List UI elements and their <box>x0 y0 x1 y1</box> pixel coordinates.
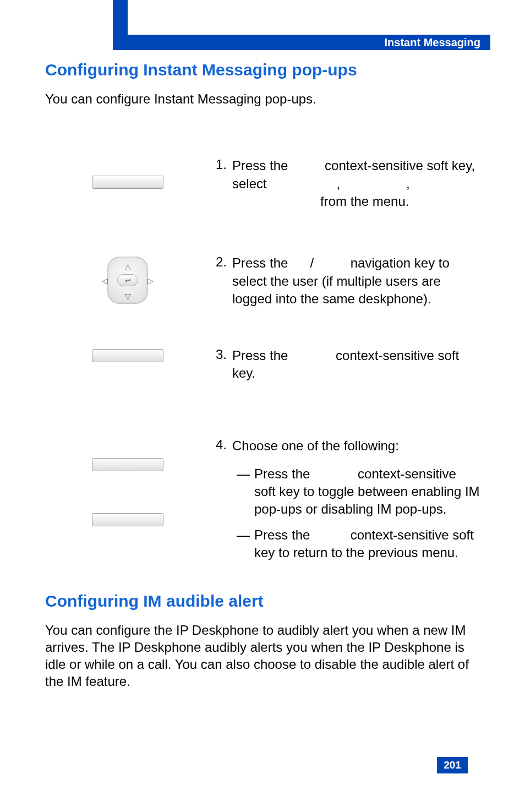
right-arrow-icon: ▷ <box>147 276 154 285</box>
step-3-figure <box>45 347 210 362</box>
step-4-sub-1-pre: Press the <box>254 466 314 481</box>
step-1-end: from the menu. <box>316 194 409 209</box>
step-1-blank2 <box>270 176 336 191</box>
dash-icon: — <box>232 526 254 562</box>
step-4-sublist: — Press the context-sensitive soft key t… <box>232 465 480 562</box>
step-1-mid3: , <box>406 176 410 191</box>
left-color-tab <box>113 0 128 50</box>
navigation-key-icon: ↩ △ ▽ ◁ ▷ <box>100 254 156 306</box>
up-arrow-icon: △ <box>125 262 131 271</box>
step-1-number: 1. <box>210 157 232 172</box>
page-number: 201 <box>437 757 468 773</box>
step-4-sub-2-blank <box>314 527 347 542</box>
step-3-text: Press the context-sensitive soft key. <box>232 347 480 383</box>
step-1-blank1 <box>292 158 321 173</box>
step-1-blank4 <box>232 194 316 209</box>
header-bar: Instant Messaging <box>128 35 490 50</box>
step-2-blank1 <box>292 255 310 270</box>
section2-heading: Configuring IM audible alert <box>45 592 480 611</box>
softkey-icon <box>92 513 163 526</box>
step-1-mid2: , <box>336 176 343 191</box>
step-2-text: Press the / navigation key to select the… <box>232 254 480 308</box>
section2: Configuring IM audible alert You can con… <box>45 592 480 690</box>
step-2-number: 2. <box>210 254 232 270</box>
step-3-blank <box>292 348 332 363</box>
section1-heading: Configuring Instant Messaging pop-ups <box>45 61 480 79</box>
step-2-pre: Press the <box>232 255 292 270</box>
softkey-icon <box>92 176 163 189</box>
section2-body: You can configure the IP Deskphone to au… <box>45 622 480 690</box>
step-3-pre: Press the <box>232 348 292 363</box>
left-arrow-icon: ◁ <box>102 276 108 285</box>
step-3: 3. Press the context-sensitive soft key. <box>45 347 480 383</box>
softkey-icon <box>92 458 163 471</box>
step-4-figure <box>45 437 210 526</box>
step-2: ↩ △ ▽ ◁ ▷ 2. Press the / navigation key … <box>45 254 480 308</box>
dash-icon: — <box>232 465 254 519</box>
step-4-sub-2-pre: Press the <box>254 527 314 542</box>
step-4-lead: Choose one of the following: <box>232 437 480 455</box>
step-1-blank3 <box>344 176 406 191</box>
enter-key-icon: ↩ <box>117 274 138 286</box>
step-4-sub-1: — Press the context-sensitive soft key t… <box>232 465 480 519</box>
step-4-number: 4. <box>210 437 232 453</box>
step-2-blank2 <box>314 255 347 270</box>
step-1-figure <box>45 157 210 189</box>
page-root: Instant Messaging Configuring Instant Me… <box>0 0 525 812</box>
content-area: Configuring Instant Messaging pop-ups Yo… <box>45 61 480 701</box>
steps-list: 1. Press the context-sensitive soft key,… <box>45 157 480 569</box>
header-section-title: Instant Messaging <box>385 36 480 49</box>
step-4-sub-1-text: Press the context-sensitive soft key to … <box>254 465 480 519</box>
step-1-pre: Press the <box>232 158 292 173</box>
softkey-icon <box>92 349 163 362</box>
step-4-text: Choose one of the following: — Press the… <box>232 437 480 569</box>
step-3-number: 3. <box>210 347 232 362</box>
section1-intro: You can configure Instant Messaging pop-… <box>45 90 480 107</box>
step-1: 1. Press the context-sensitive soft key,… <box>45 157 480 210</box>
step-2-figure: ↩ △ ▽ ◁ ▷ <box>45 254 210 306</box>
step-4-sub-1-blank <box>314 466 354 481</box>
step-4-sub-2-text: Press the context-sensitive soft key to … <box>254 526 480 562</box>
step-1-text: Press the context-sensitive soft key, se… <box>232 157 480 210</box>
step-4: 4. Choose one of the following: — Press … <box>45 437 480 569</box>
down-arrow-icon: ▽ <box>125 292 131 301</box>
step-4-sub-2: — Press the context-sensitive soft key t… <box>232 526 480 562</box>
